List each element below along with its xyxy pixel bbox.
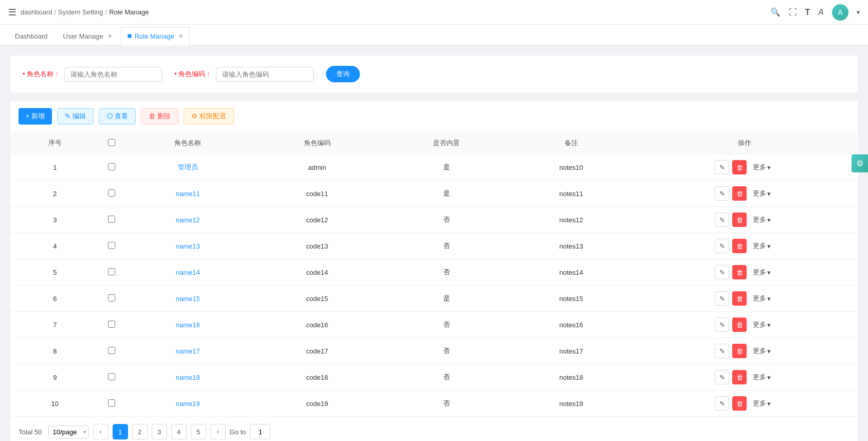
row-checkbox[interactable] — [108, 373, 115, 380]
cell-builtin: 否 — [382, 259, 511, 286]
row-edit-button[interactable]: ✎ — [715, 160, 729, 174]
row-more-button[interactable]: 更多 ▾ — [750, 371, 774, 384]
row-delete-button[interactable]: 🗑 — [732, 291, 747, 306]
role-name-link[interactable]: name11 — [176, 190, 200, 198]
edit-button[interactable]: ✎ 编辑 — [57, 108, 94, 125]
add-button[interactable]: + 新增 — [19, 108, 52, 125]
row-delete-button[interactable]: 🗑 — [732, 213, 747, 227]
row-checkbox[interactable] — [108, 347, 115, 354]
select-all-checkbox[interactable] — [108, 139, 115, 146]
role-name-input[interactable] — [64, 67, 162, 82]
table-row: 1 管理员 admin 是 notes10 ✎ 🗑 更多 ▾ — [10, 154, 858, 181]
row-delete-button[interactable]: 🗑 — [732, 265, 747, 279]
row-checkbox[interactable] — [108, 163, 115, 170]
col-name: 角色名称 — [123, 132, 252, 154]
search-form: 角色名称： 角色编码： 查询 — [10, 56, 858, 93]
row-edit-button[interactable]: ✎ — [715, 291, 729, 306]
row-edit-button[interactable]: ✎ — [715, 213, 729, 227]
row-more-button[interactable]: 更多 ▾ — [750, 318, 774, 331]
delete-button[interactable]: 🗑 删除 — [141, 108, 178, 125]
row-edit-button[interactable]: ✎ — [715, 186, 729, 201]
role-name-field: 角色名称： — [23, 67, 162, 82]
role-name-link[interactable]: name17 — [176, 347, 200, 355]
row-more-button[interactable]: 更多 ▾ — [750, 161, 774, 174]
row-checkbox[interactable] — [108, 268, 115, 275]
row-edit-button[interactable]: ✎ — [715, 370, 729, 384]
row-delete-button[interactable]: 🗑 — [732, 344, 747, 358]
prev-page-button[interactable]: ‹ — [93, 424, 109, 439]
table-row: 6 name15 code15 是 notes15 ✎ 🗑 更多 ▾ — [10, 286, 858, 312]
avatar[interactable]: A — [832, 4, 848, 21]
row-more-button[interactable]: 更多 ▾ — [750, 239, 774, 253]
tab-role-manage-close[interactable]: ✕ — [178, 33, 183, 40]
row-checkbox[interactable] — [108, 294, 115, 302]
language-icon[interactable]: A — [818, 8, 824, 17]
search-button[interactable]: 查询 — [326, 66, 360, 82]
search-icon[interactable]: 🔍 — [770, 7, 781, 17]
more-arrow-icon: ▾ — [767, 269, 771, 276]
settings-panel-button[interactable]: ⚙ — [852, 154, 868, 172]
page-5-button[interactable]: 5 — [191, 424, 206, 439]
row-checkbox[interactable] — [108, 321, 115, 328]
row-more-button[interactable]: 更多 ▾ — [750, 187, 774, 200]
page-4-button[interactable]: 4 — [171, 424, 187, 439]
row-checkbox[interactable] — [108, 189, 115, 197]
row-edit-button[interactable]: ✎ — [715, 317, 729, 332]
row-edit-button[interactable]: ✎ — [715, 265, 729, 279]
role-name-link[interactable]: name12 — [176, 216, 200, 224]
menu-icon[interactable]: ☰ — [8, 7, 16, 18]
page-1-button[interactable]: 1 — [113, 424, 128, 439]
role-name-link[interactable]: name16 — [176, 321, 200, 329]
permission-button[interactable]: ⚙ 权限配置 — [184, 108, 234, 125]
tab-dashboard[interactable]: Dashboard — [8, 27, 55, 45]
cell-name: 管理员 — [123, 154, 252, 181]
col-index: 序号 — [10, 132, 100, 154]
role-name-link[interactable]: name18 — [176, 374, 200, 381]
more-arrow-icon: ▾ — [767, 164, 771, 171]
font-size-icon[interactable]: T — [805, 8, 810, 17]
role-name-link[interactable]: name13 — [176, 242, 200, 250]
row-checkbox[interactable] — [108, 216, 115, 223]
role-name-link[interactable]: name14 — [176, 269, 200, 276]
row-more-button[interactable]: 更多 ▾ — [750, 397, 774, 410]
page-2-button[interactable]: 2 — [132, 424, 148, 439]
tab-role-manage[interactable]: Role Manage ✕ — [121, 27, 190, 45]
breadcrumb-system-setting[interactable]: System Setting — [58, 8, 103, 16]
row-delete-button[interactable]: 🗑 — [732, 317, 747, 332]
row-delete-button[interactable]: 🗑 — [732, 160, 747, 174]
col-checkbox — [100, 132, 123, 154]
row-checkbox[interactable] — [108, 399, 115, 407]
breadcrumb-sep-2: / — [105, 8, 107, 16]
row-delete-button[interactable]: 🗑 — [732, 370, 747, 384]
role-name-link[interactable]: name15 — [176, 295, 200, 303]
role-code-input[interactable] — [216, 67, 314, 82]
more-arrow-icon: ▾ — [767, 374, 771, 381]
row-edit-button[interactable]: ✎ — [715, 396, 729, 411]
table-row: 4 name13 code13 否 notes13 ✎ 🗑 更多 ▾ — [10, 233, 858, 259]
col-code: 角色编码 — [252, 132, 382, 154]
goto-input[interactable] — [250, 424, 270, 439]
row-delete-button[interactable]: 🗑 — [732, 396, 747, 411]
row-checkbox[interactable] — [108, 242, 115, 249]
role-name-link[interactable]: 管理员 — [178, 163, 198, 171]
page-3-button[interactable]: 3 — [152, 424, 167, 439]
row-delete-button[interactable]: 🗑 — [732, 186, 747, 201]
page-size-select[interactable]: 10/page 20/page 50/page — [48, 426, 89, 438]
row-edit-button[interactable]: ✎ — [715, 239, 729, 253]
role-table: 序号 角色名称 角色编码 是否内置 备注 操作 1 管理员 admin 是 no… — [10, 132, 858, 416]
avatar-dropdown-icon[interactable]: ▾ — [857, 9, 860, 16]
tab-user-manage-close[interactable]: ✕ — [107, 33, 112, 40]
tab-bar: Dashboard User Manage ✕ Role Manage ✕ — [0, 25, 868, 45]
row-more-button[interactable]: 更多 ▾ — [750, 266, 774, 279]
next-page-button[interactable]: › — [210, 424, 226, 439]
row-more-button[interactable]: 更多 ▾ — [750, 344, 774, 358]
row-more-button[interactable]: 更多 ▾ — [750, 213, 774, 226]
fullscreen-icon[interactable]: ⛶ — [789, 8, 797, 17]
row-delete-button[interactable]: 🗑 — [732, 239, 747, 253]
row-more-button[interactable]: 更多 ▾ — [750, 292, 774, 305]
role-name-link[interactable]: name19 — [176, 400, 200, 408]
view-button[interactable]: ◎ 查看 — [99, 108, 136, 125]
row-edit-button[interactable]: ✎ — [715, 344, 729, 358]
breadcrumb-dashboard[interactable]: dashboard — [21, 8, 52, 16]
tab-user-manage[interactable]: User Manage ✕ — [57, 27, 119, 45]
